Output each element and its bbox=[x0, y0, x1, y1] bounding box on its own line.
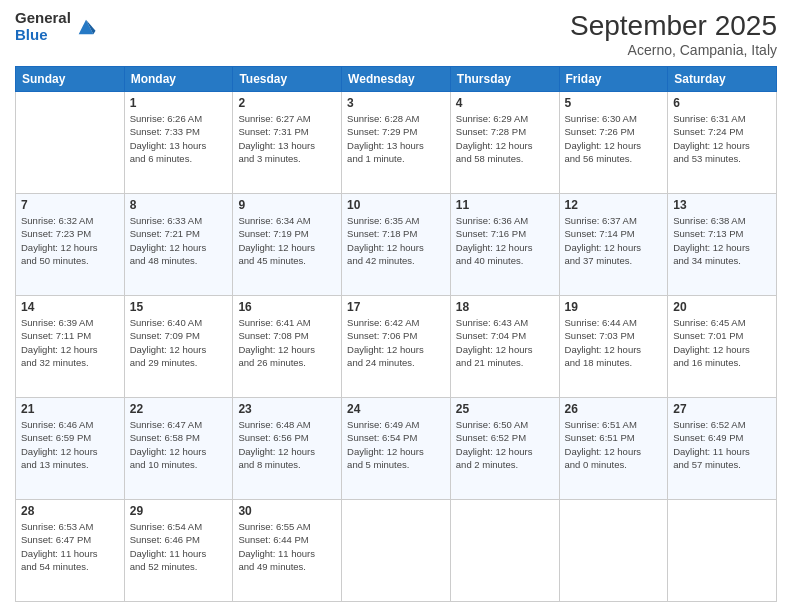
cell-day-number: 30 bbox=[238, 504, 336, 518]
cell-day-number: 8 bbox=[130, 198, 228, 212]
cell-day-number: 6 bbox=[673, 96, 771, 110]
cell-info: Sunrise: 6:27 AM Sunset: 7:31 PM Dayligh… bbox=[238, 112, 336, 165]
col-thursday: Thursday bbox=[450, 67, 559, 92]
logo-icon bbox=[75, 16, 97, 38]
cell-info: Sunrise: 6:50 AM Sunset: 6:52 PM Dayligh… bbox=[456, 418, 554, 471]
calendar-cell: 26Sunrise: 6:51 AM Sunset: 6:51 PM Dayli… bbox=[559, 398, 668, 500]
cell-day-number: 24 bbox=[347, 402, 445, 416]
cell-info: Sunrise: 6:46 AM Sunset: 6:59 PM Dayligh… bbox=[21, 418, 119, 471]
calendar-cell: 18Sunrise: 6:43 AM Sunset: 7:04 PM Dayli… bbox=[450, 296, 559, 398]
calendar-cell: 10Sunrise: 6:35 AM Sunset: 7:18 PM Dayli… bbox=[342, 194, 451, 296]
cell-info: Sunrise: 6:37 AM Sunset: 7:14 PM Dayligh… bbox=[565, 214, 663, 267]
calendar-cell bbox=[668, 500, 777, 602]
cell-day-number: 18 bbox=[456, 300, 554, 314]
calendar-cell bbox=[16, 92, 125, 194]
cell-info: Sunrise: 6:39 AM Sunset: 7:11 PM Dayligh… bbox=[21, 316, 119, 369]
cell-info: Sunrise: 6:52 AM Sunset: 6:49 PM Dayligh… bbox=[673, 418, 771, 471]
month-title: September 2025 bbox=[570, 10, 777, 42]
cell-day-number: 17 bbox=[347, 300, 445, 314]
col-wednesday: Wednesday bbox=[342, 67, 451, 92]
calendar-cell: 12Sunrise: 6:37 AM Sunset: 7:14 PM Dayli… bbox=[559, 194, 668, 296]
calendar-table: Sunday Monday Tuesday Wednesday Thursday… bbox=[15, 66, 777, 602]
calendar-cell: 6Sunrise: 6:31 AM Sunset: 7:24 PM Daylig… bbox=[668, 92, 777, 194]
cell-day-number: 16 bbox=[238, 300, 336, 314]
cell-day-number: 20 bbox=[673, 300, 771, 314]
cell-info: Sunrise: 6:36 AM Sunset: 7:16 PM Dayligh… bbox=[456, 214, 554, 267]
cell-info: Sunrise: 6:42 AM Sunset: 7:06 PM Dayligh… bbox=[347, 316, 445, 369]
cell-info: Sunrise: 6:30 AM Sunset: 7:26 PM Dayligh… bbox=[565, 112, 663, 165]
calendar-cell: 27Sunrise: 6:52 AM Sunset: 6:49 PM Dayli… bbox=[668, 398, 777, 500]
col-saturday: Saturday bbox=[668, 67, 777, 92]
col-tuesday: Tuesday bbox=[233, 67, 342, 92]
cell-info: Sunrise: 6:54 AM Sunset: 6:46 PM Dayligh… bbox=[130, 520, 228, 573]
calendar-cell: 13Sunrise: 6:38 AM Sunset: 7:13 PM Dayli… bbox=[668, 194, 777, 296]
cell-info: Sunrise: 6:38 AM Sunset: 7:13 PM Dayligh… bbox=[673, 214, 771, 267]
calendar-week-4: 28Sunrise: 6:53 AM Sunset: 6:47 PM Dayli… bbox=[16, 500, 777, 602]
calendar-week-0: 1Sunrise: 6:26 AM Sunset: 7:33 PM Daylig… bbox=[16, 92, 777, 194]
logo-general: General bbox=[15, 10, 71, 27]
calendar-week-2: 14Sunrise: 6:39 AM Sunset: 7:11 PM Dayli… bbox=[16, 296, 777, 398]
cell-info: Sunrise: 6:33 AM Sunset: 7:21 PM Dayligh… bbox=[130, 214, 228, 267]
cell-info: Sunrise: 6:29 AM Sunset: 7:28 PM Dayligh… bbox=[456, 112, 554, 165]
cell-info: Sunrise: 6:41 AM Sunset: 7:08 PM Dayligh… bbox=[238, 316, 336, 369]
cell-day-number: 13 bbox=[673, 198, 771, 212]
cell-info: Sunrise: 6:32 AM Sunset: 7:23 PM Dayligh… bbox=[21, 214, 119, 267]
calendar-cell: 20Sunrise: 6:45 AM Sunset: 7:01 PM Dayli… bbox=[668, 296, 777, 398]
logo-text: General Blue bbox=[15, 10, 71, 43]
cell-info: Sunrise: 6:47 AM Sunset: 6:58 PM Dayligh… bbox=[130, 418, 228, 471]
calendar-cell: 19Sunrise: 6:44 AM Sunset: 7:03 PM Dayli… bbox=[559, 296, 668, 398]
cell-info: Sunrise: 6:44 AM Sunset: 7:03 PM Dayligh… bbox=[565, 316, 663, 369]
cell-day-number: 26 bbox=[565, 402, 663, 416]
col-sunday: Sunday bbox=[16, 67, 125, 92]
calendar-cell: 1Sunrise: 6:26 AM Sunset: 7:33 PM Daylig… bbox=[124, 92, 233, 194]
calendar-cell: 3Sunrise: 6:28 AM Sunset: 7:29 PM Daylig… bbox=[342, 92, 451, 194]
calendar-cell: 2Sunrise: 6:27 AM Sunset: 7:31 PM Daylig… bbox=[233, 92, 342, 194]
calendar-cell: 28Sunrise: 6:53 AM Sunset: 6:47 PM Dayli… bbox=[16, 500, 125, 602]
cell-info: Sunrise: 6:34 AM Sunset: 7:19 PM Dayligh… bbox=[238, 214, 336, 267]
cell-day-number: 21 bbox=[21, 402, 119, 416]
cell-info: Sunrise: 6:40 AM Sunset: 7:09 PM Dayligh… bbox=[130, 316, 228, 369]
title-block: September 2025 Acerno, Campania, Italy bbox=[570, 10, 777, 58]
page: General Blue September 2025 Acerno, Camp… bbox=[0, 0, 792, 612]
calendar-cell: 25Sunrise: 6:50 AM Sunset: 6:52 PM Dayli… bbox=[450, 398, 559, 500]
logo: General Blue bbox=[15, 10, 97, 43]
header: General Blue September 2025 Acerno, Camp… bbox=[15, 10, 777, 58]
calendar-cell: 4Sunrise: 6:29 AM Sunset: 7:28 PM Daylig… bbox=[450, 92, 559, 194]
cell-info: Sunrise: 6:31 AM Sunset: 7:24 PM Dayligh… bbox=[673, 112, 771, 165]
calendar-cell bbox=[342, 500, 451, 602]
cell-day-number: 7 bbox=[21, 198, 119, 212]
cell-info: Sunrise: 6:43 AM Sunset: 7:04 PM Dayligh… bbox=[456, 316, 554, 369]
calendar-cell: 17Sunrise: 6:42 AM Sunset: 7:06 PM Dayli… bbox=[342, 296, 451, 398]
calendar-cell: 14Sunrise: 6:39 AM Sunset: 7:11 PM Dayli… bbox=[16, 296, 125, 398]
calendar-cell: 30Sunrise: 6:55 AM Sunset: 6:44 PM Dayli… bbox=[233, 500, 342, 602]
cell-info: Sunrise: 6:28 AM Sunset: 7:29 PM Dayligh… bbox=[347, 112, 445, 165]
col-monday: Monday bbox=[124, 67, 233, 92]
calendar-week-1: 7Sunrise: 6:32 AM Sunset: 7:23 PM Daylig… bbox=[16, 194, 777, 296]
calendar-header-row: Sunday Monday Tuesday Wednesday Thursday… bbox=[16, 67, 777, 92]
calendar-cell: 8Sunrise: 6:33 AM Sunset: 7:21 PM Daylig… bbox=[124, 194, 233, 296]
cell-day-number: 11 bbox=[456, 198, 554, 212]
cell-day-number: 19 bbox=[565, 300, 663, 314]
calendar-cell bbox=[559, 500, 668, 602]
calendar-cell bbox=[450, 500, 559, 602]
cell-info: Sunrise: 6:35 AM Sunset: 7:18 PM Dayligh… bbox=[347, 214, 445, 267]
calendar-week-3: 21Sunrise: 6:46 AM Sunset: 6:59 PM Dayli… bbox=[16, 398, 777, 500]
cell-day-number: 9 bbox=[238, 198, 336, 212]
logo-blue: Blue bbox=[15, 27, 71, 44]
cell-day-number: 22 bbox=[130, 402, 228, 416]
calendar-cell: 22Sunrise: 6:47 AM Sunset: 6:58 PM Dayli… bbox=[124, 398, 233, 500]
cell-info: Sunrise: 6:55 AM Sunset: 6:44 PM Dayligh… bbox=[238, 520, 336, 573]
calendar-cell: 9Sunrise: 6:34 AM Sunset: 7:19 PM Daylig… bbox=[233, 194, 342, 296]
cell-day-number: 25 bbox=[456, 402, 554, 416]
calendar-cell: 23Sunrise: 6:48 AM Sunset: 6:56 PM Dayli… bbox=[233, 398, 342, 500]
cell-day-number: 5 bbox=[565, 96, 663, 110]
calendar-cell: 29Sunrise: 6:54 AM Sunset: 6:46 PM Dayli… bbox=[124, 500, 233, 602]
calendar-cell: 16Sunrise: 6:41 AM Sunset: 7:08 PM Dayli… bbox=[233, 296, 342, 398]
cell-day-number: 23 bbox=[238, 402, 336, 416]
calendar-cell: 7Sunrise: 6:32 AM Sunset: 7:23 PM Daylig… bbox=[16, 194, 125, 296]
calendar-cell: 24Sunrise: 6:49 AM Sunset: 6:54 PM Dayli… bbox=[342, 398, 451, 500]
cell-day-number: 27 bbox=[673, 402, 771, 416]
cell-day-number: 28 bbox=[21, 504, 119, 518]
calendar-cell: 11Sunrise: 6:36 AM Sunset: 7:16 PM Dayli… bbox=[450, 194, 559, 296]
calendar-cell: 21Sunrise: 6:46 AM Sunset: 6:59 PM Dayli… bbox=[16, 398, 125, 500]
